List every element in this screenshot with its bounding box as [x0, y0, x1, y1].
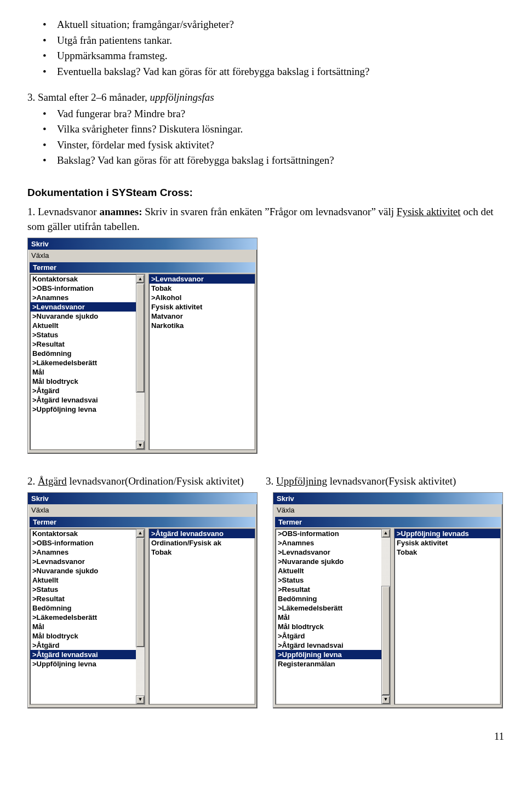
doc1-text-b: anamnes: — [99, 206, 142, 217]
scroll-thumb[interactable] — [136, 283, 145, 393]
scroll-down-icon[interactable]: ▼ — [136, 441, 145, 450]
termer-list-right[interactable]: >LevnadsvanorTobak>AlkoholFysisk aktivit… — [148, 274, 255, 450]
termer-list-right[interactable]: >Åtgärd levnadsvanoOrdination/Fysisk akT… — [148, 528, 255, 705]
list-item[interactable]: Tobak — [149, 548, 255, 557]
doc1-text-c: Skriv in svaren från enkäten ”Frågor om … — [142, 206, 397, 217]
list-item[interactable]: >Åtgärd levnadsvai — [276, 641, 381, 650]
list-item[interactable]: Kontaktorsak — [30, 274, 136, 284]
termer-list-left[interactable]: Kontaktorsak>OBS-information>Anamnes>Lev… — [30, 528, 145, 705]
list-item[interactable]: >Åtgärd — [30, 386, 136, 395]
list-item[interactable]: >Status — [30, 585, 136, 594]
list-item[interactable]: >Åtgärd — [276, 631, 381, 641]
window-menu-vaxla[interactable]: Växla — [28, 250, 257, 261]
list-item[interactable]: >Nuvarande sjukdo — [276, 557, 381, 566]
list-item[interactable]: >OBS-information — [276, 529, 381, 538]
termer-list-left[interactable]: Kontaktorsak>OBS-information>Anamnes>Lev… — [30, 274, 145, 450]
list-item[interactable]: Aktuellt — [276, 566, 381, 575]
list-item[interactable]: >Åtgärd levnadsvai — [30, 395, 136, 405]
scroll-down-icon[interactable]: ▼ — [136, 695, 145, 704]
skriv-window-2: Skriv Växla Termer Kontaktorsak>OBS-info… — [27, 492, 258, 709]
list-item[interactable]: Fysisk aktivitet — [149, 302, 255, 312]
caption-row: 2. Åtgärd levnadsvanor(Ordination/Fysisk… — [27, 474, 504, 489]
list-item[interactable]: Bedömning — [30, 603, 136, 613]
list-item[interactable]: >Levnadsvanor — [149, 274, 255, 284]
list-item[interactable]: Mål blodtryck — [276, 622, 381, 631]
scrollbar[interactable]: ▲ ▼ — [381, 529, 390, 704]
list-item[interactable]: >Resultat — [30, 339, 136, 349]
list-item[interactable]: Narkotika — [149, 321, 255, 330]
scroll-up-icon[interactable]: ▲ — [381, 529, 390, 538]
scroll-up-icon[interactable]: ▲ — [136, 274, 145, 283]
list-item[interactable]: Aktuellt — [30, 321, 136, 330]
list-item[interactable]: Mål blodtryck — [30, 631, 136, 641]
list-item[interactable]: >Åtgärd — [30, 641, 136, 650]
list-item[interactable]: >Läkemedelsberätt — [276, 603, 381, 613]
list-item[interactable]: >Nuvarande sjukdo — [30, 312, 136, 321]
list-item[interactable]: Mål — [30, 622, 136, 631]
list-item[interactable]: >Uppföljning levna — [276, 650, 381, 659]
list-item[interactable]: >Status — [276, 575, 381, 585]
scroll-track[interactable] — [136, 283, 145, 441]
termer-lists: >OBS-information>Anamnes>Levnadsvanor>Nu… — [273, 528, 502, 708]
list-item[interactable]: >Levnadsvanor — [276, 548, 381, 557]
panel-termer-label: Termer — [30, 262, 255, 273]
list-item[interactable]: >Levnadsvanor — [30, 302, 136, 312]
scroll-down-icon[interactable]: ▼ — [381, 695, 390, 704]
bullet-item: Aktuell situation; framgångar/svårighete… — [43, 17, 504, 32]
scroll-track[interactable] — [381, 538, 390, 695]
list-item[interactable]: Aktuellt — [30, 575, 136, 585]
termer-list-left[interactable]: >OBS-information>Anamnes>Levnadsvanor>Nu… — [275, 528, 391, 705]
bullet-item: Vilka svårigheter finns? Diskutera lösni… — [43, 122, 504, 137]
list-item[interactable]: >Anamnes — [30, 293, 136, 302]
scroll-thumb[interactable] — [381, 586, 390, 695]
list-item[interactable]: Ordination/Fysisk ak — [149, 538, 255, 548]
list-item[interactable]: Fysisk aktivitet — [395, 538, 500, 548]
list-item[interactable]: >Nuvarande sjukdo — [30, 566, 136, 575]
termer-list-right[interactable]: >Uppföljning levnadsFysisk aktivitetToba… — [394, 528, 501, 705]
scrollbar[interactable]: ▲ ▼ — [136, 529, 145, 704]
list-item[interactable]: >OBS-information — [30, 538, 136, 548]
list-item[interactable]: Tobak — [395, 548, 500, 557]
list-item[interactable]: Mål — [30, 367, 136, 377]
bullet-item: Eventuella bakslag? Vad kan göras för at… — [43, 64, 504, 79]
list-item[interactable]: >Uppföljning levnads — [395, 529, 500, 538]
caption2-b: Åtgärd — [38, 475, 67, 487]
list-item[interactable]: Bedömning — [30, 349, 136, 358]
skriv-window-3: Skriv Växla Termer >OBS-information>Anam… — [273, 492, 503, 709]
list-item[interactable]: Kontaktorsak — [30, 529, 136, 538]
list-item[interactable]: >Uppföljning levna — [30, 405, 136, 414]
list-item[interactable]: >Resultat — [276, 585, 381, 594]
window-menu-vaxla[interactable]: Växla — [28, 504, 257, 516]
list-item[interactable]: >Uppföljning levna — [30, 659, 136, 669]
list-item[interactable]: >OBS-information — [30, 284, 136, 293]
list-item[interactable]: >Åtgärd levnadsvai — [30, 650, 136, 659]
caption2-c: levnadsvanor(Ordination/Fysisk aktivitet… — [67, 475, 244, 487]
scroll-up-icon[interactable]: ▲ — [136, 529, 145, 538]
caption2-a: 2. — [27, 475, 38, 487]
list-item[interactable]: Matvanor — [149, 312, 255, 321]
caption3-b: Uppföljning — [276, 475, 327, 487]
list-item[interactable]: >Resultat — [30, 594, 136, 603]
bullet-item: Vad fungerar bra? Mindre bra? — [43, 106, 504, 122]
list-item[interactable]: >Läkemedelsberätt — [30, 613, 136, 622]
panel-termer-label: Termer — [275, 517, 501, 527]
list-item[interactable]: Tobak — [149, 284, 255, 293]
list-item[interactable]: >Alkohol — [149, 293, 255, 302]
list-item[interactable]: >Anamnes — [30, 548, 136, 557]
bullet-list-section3: Vad fungerar bra? Mindre bra? Vilka svår… — [27, 106, 504, 168]
list-item[interactable]: >Status — [30, 330, 136, 339]
window-menu-vaxla[interactable]: Växla — [273, 504, 502, 516]
list-item[interactable]: >Åtgärd levnadsvano — [149, 529, 255, 538]
caption-2: 2. Åtgärd levnadsvanor(Ordination/Fysisk… — [27, 474, 266, 489]
scroll-track[interactable] — [136, 538, 145, 695]
list-item[interactable]: Bedömning — [276, 594, 381, 603]
list-item[interactable]: >Läkemedelsberätt — [30, 358, 136, 367]
list-item[interactable]: Mål blodtryck — [30, 377, 136, 386]
scrollbar[interactable]: ▲ ▼ — [136, 274, 145, 450]
list-item[interactable]: Registeranmälan — [276, 659, 381, 669]
list-item[interactable]: Mål — [276, 613, 381, 622]
list-item[interactable]: >Anamnes — [276, 538, 381, 548]
list-item[interactable]: >Levnadsvanor — [30, 557, 136, 566]
documentation-heading: Dokumentation i SYSteam Cross: — [27, 187, 504, 199]
scroll-thumb[interactable] — [136, 538, 145, 647]
